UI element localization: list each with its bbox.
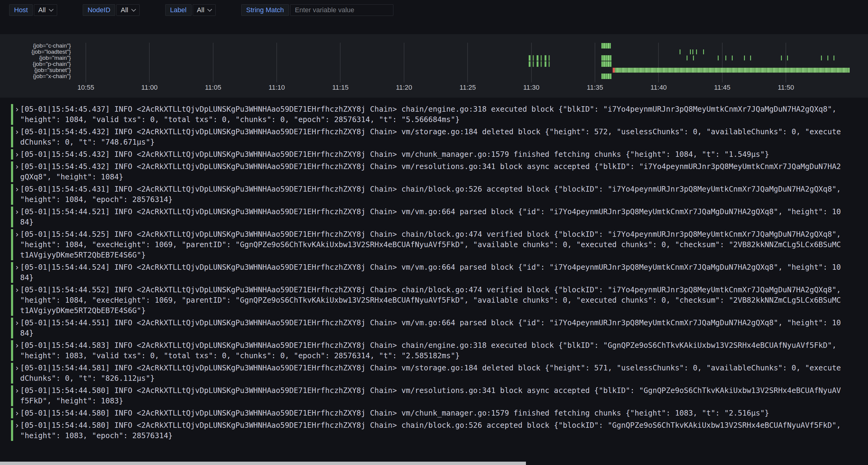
variable-group-host: Host All xyxy=(9,4,57,16)
chevron-down-icon xyxy=(49,7,54,11)
expand-chevron-icon[interactable]: › xyxy=(14,127,20,147)
log-level-indicator xyxy=(11,408,13,418)
job-label: {job="p-chain"} xyxy=(0,61,71,67)
event-segment-loadtest xyxy=(680,49,680,54)
expand-chevron-icon[interactable]: › xyxy=(14,206,20,227)
event-segment-loadtest xyxy=(703,49,704,54)
time-axis-label: 11:05 xyxy=(205,84,221,92)
horizontal-scrollbar-thumb[interactable] xyxy=(0,462,526,465)
grid-line xyxy=(658,43,659,82)
expand-chevron-icon[interactable]: › xyxy=(14,104,20,125)
variable-select-label[interactable]: All xyxy=(193,4,216,16)
job-label: {job="loadtest"} xyxy=(0,49,71,55)
event-segment-main xyxy=(687,56,687,60)
event-segment-main xyxy=(827,56,828,60)
log-message: [05-01|15:54:45.432] INFO <2AcRkXTLLtQjv… xyxy=(20,161,842,182)
chevron-down-icon xyxy=(131,7,136,11)
string-match-input[interactable] xyxy=(290,4,393,16)
log-level-indicator xyxy=(11,385,13,406)
log-level-indicator xyxy=(11,127,13,147)
variables-toolbar: Host All NodeID All Label All String Mat… xyxy=(9,4,419,16)
log-level-indicator xyxy=(11,229,13,260)
variable-select-nodeid[interactable]: All xyxy=(116,4,139,16)
event-segment-subnet-error xyxy=(613,68,615,73)
variable-label-host: Host xyxy=(9,4,33,16)
time-axis-label: 11:35 xyxy=(587,84,603,92)
variable-select-host[interactable]: All xyxy=(34,4,57,16)
log-row[interactable]: ›[05-01|15:54:44.580] INFO <2AcRkXTLLtQj… xyxy=(11,420,842,441)
log-message: [05-01|15:54:45.431] INFO <2AcRkXTLLtQjv… xyxy=(20,184,842,205)
expand-chevron-icon[interactable]: › xyxy=(14,318,20,338)
job-label: {job="subnet"} xyxy=(0,67,71,73)
event-segment-loadtest xyxy=(692,49,693,54)
event-segment-main xyxy=(834,56,834,60)
time-axis-label: 11:40 xyxy=(651,84,667,92)
time-axis-label: 11:20 xyxy=(396,84,412,92)
variable-group-string-match: String Match xyxy=(241,4,393,16)
event-segment-p-chain xyxy=(601,61,612,67)
log-row[interactable]: ›[05-01|15:54:44.580] INFO <2AcRkXTLLtQj… xyxy=(11,408,842,418)
expand-chevron-icon[interactable]: › xyxy=(14,262,20,283)
time-axis-label: 11:50 xyxy=(778,84,794,92)
log-level-indicator xyxy=(11,285,13,316)
log-level-indicator xyxy=(11,340,13,361)
log-message: [05-01|15:54:45.437] INFO <2AcRkXTLLtQjv… xyxy=(20,104,842,125)
log-row[interactable]: ›[05-01|15:54:44.524] INFO <2AcRkXTLLtQj… xyxy=(11,262,842,283)
expand-chevron-icon[interactable]: › xyxy=(14,184,20,205)
expand-chevron-icon[interactable]: › xyxy=(14,149,20,160)
log-row[interactable]: ›[05-01|15:54:45.431] INFO <2AcRkXTLLtQj… xyxy=(11,184,842,205)
expand-chevron-icon[interactable]: › xyxy=(14,363,20,384)
expand-chevron-icon[interactable]: › xyxy=(14,420,20,441)
log-level-indicator xyxy=(11,104,13,125)
event-segment-loadtest xyxy=(690,49,691,54)
variable-group-nodeid: NodeID All xyxy=(83,4,140,16)
log-message: [05-01|15:54:44.551] INFO <2AcRkXTLLtQjv… xyxy=(20,318,842,338)
event-segment-main xyxy=(718,56,719,60)
log-row[interactable]: ›[05-01|15:54:44.580] INFO <2AcRkXTLLtQj… xyxy=(11,385,842,406)
time-axis-label: 11:00 xyxy=(142,84,158,92)
log-message: [05-01|15:54:44.521] INFO <2AcRkXTLLtQjv… xyxy=(20,206,842,227)
time-axis-label: 11:30 xyxy=(523,84,539,92)
log-row[interactable]: ›[05-01|15:54:45.432] INFO <2AcRkXTLLtQj… xyxy=(11,127,842,147)
log-row[interactable]: ›[05-01|15:54:44.525] INFO <2AcRkXTLLtQj… xyxy=(11,229,842,260)
log-message: [05-01|15:54:45.432] INFO <2AcRkXTLLtQjv… xyxy=(20,127,842,147)
event-segment-main xyxy=(732,56,733,60)
log-message: [05-01|15:54:44.525] INFO <2AcRkXTLLtQjv… xyxy=(20,229,842,260)
log-message: [05-01|15:54:44.580] INFO <2AcRkXTLLtQjv… xyxy=(20,420,842,441)
event-segment-main xyxy=(787,56,788,60)
variable-label-label: Label xyxy=(165,4,191,16)
log-row[interactable]: ›[05-01|15:54:44.551] INFO <2AcRkXTLLtQj… xyxy=(11,318,842,338)
expand-chevron-icon[interactable]: › xyxy=(14,340,20,361)
grid-line xyxy=(340,43,341,82)
time-axis-label: 11:45 xyxy=(714,84,730,92)
log-row[interactable]: ›[05-01|15:54:44.581] INFO <2AcRkXTLLtQj… xyxy=(11,363,842,384)
event-segment-p-chain xyxy=(529,61,550,67)
event-segment-loadtest xyxy=(696,49,697,54)
grid-line xyxy=(404,43,404,82)
log-row[interactable]: ›[05-01|15:54:44.552] INFO <2AcRkXTLLtQj… xyxy=(11,285,842,316)
log-level-indicator xyxy=(11,363,13,384)
expand-chevron-icon[interactable]: › xyxy=(14,385,20,406)
log-level-indicator xyxy=(11,318,13,338)
log-message: [05-01|15:54:44.580] INFO <2AcRkXTLLtQjv… xyxy=(20,385,842,406)
time-axis-label: 11:10 xyxy=(269,84,285,92)
event-segment-x-chain xyxy=(601,73,612,79)
log-row[interactable]: ›[05-01|15:54:45.437] INFO <2AcRkXTLLtQj… xyxy=(11,104,842,125)
event-segment-main xyxy=(725,56,726,60)
log-row[interactable]: ›[05-01|15:54:45.432] INFO <2AcRkXTLLtQj… xyxy=(11,149,842,160)
expand-chevron-icon[interactable]: › xyxy=(14,285,20,316)
grid-line xyxy=(722,43,723,82)
log-row[interactable]: ›[05-01|15:54:44.583] INFO <2AcRkXTLLtQj… xyxy=(11,340,842,361)
job-label: {job="main"} xyxy=(0,55,71,61)
expand-chevron-icon[interactable]: › xyxy=(14,408,20,418)
expand-chevron-icon[interactable]: › xyxy=(14,161,20,182)
log-row[interactable]: ›[05-01|15:54:44.521] INFO <2AcRkXTLLtQj… xyxy=(11,206,842,227)
event-segment-main xyxy=(529,55,550,61)
log-row[interactable]: ›[05-01|15:54:45.432] INFO <2AcRkXTLLtQj… xyxy=(11,161,842,182)
time-axis-label: 11:15 xyxy=(332,84,348,92)
event-segment-main xyxy=(693,56,694,60)
expand-chevron-icon[interactable]: › xyxy=(14,229,20,260)
event-segment-main xyxy=(781,56,782,60)
log-volume-timeline-panel[interactable]: {job="c-chain"}{job="loadtest"}{job="mai… xyxy=(0,34,868,98)
job-label: {job="x-chain"} xyxy=(0,73,71,79)
